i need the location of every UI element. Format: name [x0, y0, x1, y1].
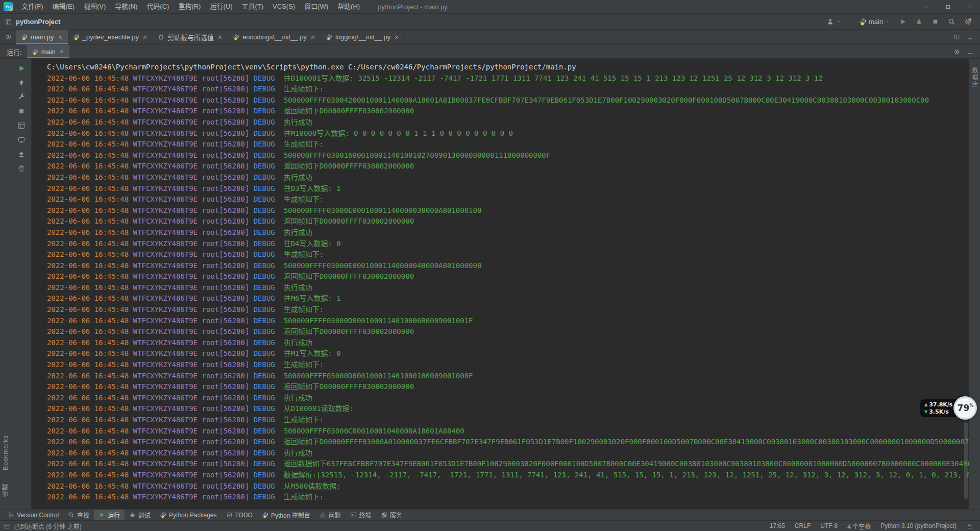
trash-button[interactable]	[16, 163, 27, 174]
status-item[interactable]: Python 3.10 (pythonProject)	[880, 522, 957, 529]
close-icon[interactable]	[217, 34, 223, 40]
monitor-button[interactable]	[16, 135, 27, 145]
nav-up-button[interactable]	[16, 78, 27, 88]
rerun-button[interactable]	[16, 63, 27, 74]
editor-tab[interactable]: logging\__init__.py	[321, 30, 405, 44]
menu-item[interactable]: VCS(S)	[268, 0, 300, 13]
todo-icon	[226, 512, 233, 518]
maximize-icon	[945, 4, 951, 10]
window-title: pythonProject - main.py	[378, 3, 448, 11]
close-icon[interactable]	[310, 34, 316, 40]
tab-options-button[interactable]	[0, 30, 16, 44]
wrench-button[interactable]	[16, 92, 27, 102]
run-config-selector[interactable]: main	[857, 17, 892, 27]
close-icon[interactable]	[394, 34, 400, 40]
tool-window-button[interactable]: Version Control	[3, 510, 63, 520]
maximize-button[interactable]	[937, 0, 959, 13]
minimize-icon	[923, 4, 930, 10]
clipboard-icon	[158, 34, 164, 40]
menu-item[interactable]: 文件(F)	[17, 0, 48, 13]
console-line: 2022-06-06 16:45:48 WTFCXYKZY486T9E root…	[47, 139, 969, 150]
tool-windows-toggle-icon[interactable]	[4, 523, 10, 529]
close-icon[interactable]	[57, 34, 63, 40]
menu-item[interactable]: 工具(T)	[237, 0, 268, 13]
menu-item[interactable]: 帮助(H)	[333, 0, 364, 13]
run-icon	[899, 18, 906, 26]
close-icon[interactable]	[142, 34, 148, 40]
stop-icon	[17, 107, 26, 115]
console-line: 2022-06-06 16:45:48 WTFCXYKZY486T9E root…	[47, 271, 969, 282]
menu-item[interactable]: 窗口(W)	[300, 0, 333, 13]
tool-window-button[interactable]: 运行	[94, 510, 125, 520]
debug-button[interactable]	[913, 17, 925, 27]
python-icon	[32, 49, 38, 55]
scroll-end-button[interactable]	[16, 149, 27, 159]
stop-button[interactable]	[16, 106, 27, 116]
tool-window-button[interactable]: 收藏	[1, 484, 10, 497]
tool-window-label: TODO	[235, 512, 253, 519]
upload-arrow-icon: ▲	[924, 402, 927, 407]
tool-window-button[interactable]: Python 控制台	[257, 510, 315, 520]
console-line: 2022-06-06 16:45:48 WTFCXYKZY486T9E root…	[47, 227, 969, 238]
console-line: 2022-06-06 16:45:48 WTFCXYKZY486T9E root…	[47, 106, 969, 117]
run-tab-main[interactable]: main	[27, 45, 69, 58]
editor-tab[interactable]: _pydev_execfile.py	[68, 30, 154, 44]
status-item[interactable]: 4 个空格	[847, 522, 871, 530]
console-line: 2022-06-06 16:45:48 WTFCXYKZY486T9E root…	[47, 403, 969, 415]
person-icon	[826, 18, 834, 26]
tool-window-button[interactable]: Bookmarks	[2, 435, 9, 470]
tool-window-button[interactable]: 调试	[125, 510, 155, 520]
tool-window-button[interactable]: 数据库	[970, 67, 979, 88]
editor-tab[interactable]: 剪贴板与所选值	[153, 30, 228, 44]
chevron-down-icon	[836, 19, 841, 24]
layout-button[interactable]	[16, 120, 27, 131]
run-panel-header-right	[953, 45, 973, 58]
lock-icon[interactable]	[966, 523, 973, 529]
status-item[interactable]: 17:65	[770, 522, 785, 529]
menu-item[interactable]: 重构(R)	[174, 0, 205, 13]
tool-window-button[interactable]: Python Packages	[155, 510, 221, 520]
settings-button[interactable]	[962, 17, 974, 27]
tool-window-label: 终端	[359, 511, 372, 519]
hide-panel-icon[interactable]	[967, 49, 973, 55]
console-line: 2022-06-06 16:45:48 WTFCXYKZY486T9E root…	[47, 470, 969, 481]
tool-window-button[interactable]: TODO	[222, 510, 257, 520]
menu-item[interactable]: 视图(V)	[79, 0, 110, 13]
stop-button[interactable]	[929, 17, 941, 27]
search-icon	[948, 18, 955, 26]
tool-window-button[interactable]: 服务	[376, 510, 407, 520]
user-avatar-button[interactable]	[824, 17, 843, 27]
run-panel-header: 运行: main	[0, 45, 980, 59]
console-line: 2022-06-06 16:45:48 WTFCXYKZY486T9E root…	[47, 393, 969, 404]
tool-window-button[interactable]: 终端	[346, 510, 376, 520]
gear-icon	[5, 34, 12, 40]
split-editor-icon[interactable]	[953, 34, 960, 40]
search-everywhere-button[interactable]	[946, 17, 958, 27]
status-left: 已到达断点 (9 分钟 之前)	[4, 522, 82, 530]
tool-window-button[interactable]: 查找	[63, 510, 94, 520]
tab-label: main.py	[31, 33, 54, 41]
project-name[interactable]: pythonProject	[16, 18, 60, 26]
menu-item[interactable]: 编辑(E)	[48, 0, 79, 13]
console-scrollbar[interactable]	[964, 422, 968, 499]
console-line: 2022-06-06 16:45:48 WTFCXYKZY486T9E root…	[47, 381, 969, 393]
gear-icon[interactable]	[953, 49, 960, 55]
status-item[interactable]: CRLF	[795, 522, 811, 529]
close-icon[interactable]	[59, 49, 65, 55]
editor-tab[interactable]: encodings\__init__.py	[228, 30, 321, 44]
run-console[interactable]: C:\Users\cw0246\PycharmProjects\pythonPr…	[32, 59, 969, 509]
close-window-button[interactable]	[959, 0, 980, 13]
menu-item[interactable]: 运行(U)	[205, 0, 237, 13]
tool-window-label: 查找	[77, 511, 89, 519]
toolbar-separator	[850, 17, 850, 26]
play-icon	[99, 512, 105, 518]
editor-tab[interactable]: main.py	[16, 30, 68, 44]
tool-window-button[interactable]: 问题	[315, 510, 346, 520]
status-item[interactable]: UTF-8	[820, 522, 838, 529]
menu-item[interactable]: 代码(C)	[142, 0, 174, 13]
run-button[interactable]	[897, 17, 909, 27]
minimize-button[interactable]	[916, 0, 937, 13]
hide-bar-icon[interactable]	[967, 34, 973, 40]
menu-item[interactable]: 导航(N)	[110, 0, 142, 13]
tool-window-bottom-bar: Version Control查找运行调试Python PackagesTODO…	[0, 509, 980, 520]
